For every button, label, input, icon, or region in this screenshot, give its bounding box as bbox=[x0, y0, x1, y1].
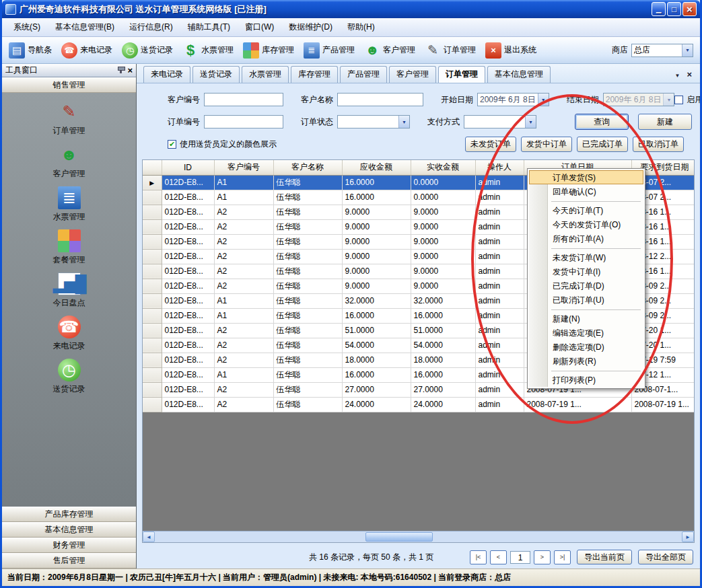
tab-close-icon[interactable] bbox=[687, 69, 692, 79]
prev-page-button[interactable]: < bbox=[490, 550, 507, 564]
row-selector[interactable] bbox=[143, 353, 162, 367]
tab-product[interactable]: 产品管理 bbox=[340, 66, 387, 83]
store-select[interactable]: 总店 bbox=[631, 44, 693, 57]
sidebar-close-icon[interactable]: × bbox=[127, 66, 133, 75]
row-selector[interactable] bbox=[143, 382, 162, 397]
pin-icon[interactable] bbox=[120, 67, 122, 73]
tab-basic-info[interactable]: 基本信息管理 bbox=[487, 66, 551, 83]
filter-completed-button[interactable]: 已完成订单 bbox=[577, 137, 628, 152]
column-header[interactable]: 客户编号 bbox=[214, 160, 273, 175]
menu-item-cancelled-orders[interactable]: 已取消订单(U) bbox=[529, 293, 643, 307]
menu-window[interactable]: 窗口(W) bbox=[238, 19, 281, 36]
toolbar-product-button[interactable]: 产品管理 bbox=[300, 40, 359, 61]
column-header[interactable]: 实收金额 bbox=[411, 160, 475, 175]
menu-item-edit-selected[interactable]: 编辑选定项(E) bbox=[529, 326, 643, 340]
customer-name-input[interactable] bbox=[337, 93, 423, 106]
query-button[interactable]: 查询 bbox=[575, 114, 629, 130]
context-menu-item[interactable] bbox=[529, 246, 643, 250]
tab-customer[interactable]: 客户管理 bbox=[389, 66, 436, 83]
minimize-button[interactable] bbox=[652, 2, 666, 16]
table-row[interactable]: 012D-E8... A2 伍华聪 24.0000 24.0000 admin … bbox=[143, 397, 695, 412]
export-current-page-button[interactable]: 导出当前页 bbox=[577, 550, 632, 564]
pay-method-select[interactable] bbox=[464, 115, 536, 128]
menu-item-refresh-list[interactable]: 刷新列表(R) bbox=[529, 354, 643, 368]
section-product-inventory[interactable]: 产品库存管理 bbox=[2, 507, 136, 522]
sidebar-customer-mgmt[interactable]: 客户管理 bbox=[2, 139, 136, 182]
menu-tools[interactable]: 辅助工具(T) bbox=[180, 19, 238, 36]
filter-shipping-button[interactable]: 发货中订单 bbox=[521, 137, 572, 152]
toolbar-water-ticket-button[interactable]: 水票管理 bbox=[178, 40, 238, 61]
menu-item-unshipped-orders[interactable]: 未发货订单(W) bbox=[529, 250, 643, 264]
sidebar-delivery-log[interactable]: 送货记录 bbox=[2, 354, 136, 397]
scroll-left-icon[interactable] bbox=[143, 531, 155, 542]
tab-inventory[interactable]: 库存管理 bbox=[291, 66, 338, 83]
menu-item-confirm-receipt[interactable]: 回单确认(C) bbox=[529, 184, 643, 198]
scrollbar-track[interactable] bbox=[155, 531, 682, 542]
toolbar-delivery-log-button[interactable]: 送货记录 bbox=[118, 40, 177, 61]
menu-system[interactable]: 系统(S) bbox=[6, 19, 48, 36]
filter-unshipped-button[interactable]: 未发货订单 bbox=[465, 137, 516, 152]
menu-data-maintenance[interactable]: 数据维护(D) bbox=[281, 19, 340, 36]
order-no-input[interactable] bbox=[204, 115, 283, 128]
export-all-pages-button[interactable]: 导出全部页 bbox=[638, 550, 693, 564]
column-header[interactable]: 客户名称 bbox=[273, 160, 342, 175]
menu-item-today-shipments[interactable]: 今天的发货订单(O) bbox=[529, 217, 643, 231]
context-menu-item[interactable] bbox=[529, 198, 643, 203]
start-date-picker[interactable]: 2009年 6月 8日 bbox=[477, 93, 549, 106]
toolbar-exit-button[interactable]: 退出系统 bbox=[481, 40, 540, 61]
menu-item-delete-selected[interactable]: 删除选定项(D) bbox=[529, 340, 643, 354]
row-selector[interactable] bbox=[143, 205, 162, 219]
order-status-select[interactable] bbox=[337, 115, 410, 128]
close-button[interactable] bbox=[682, 2, 697, 16]
column-header[interactable]: ID bbox=[162, 160, 214, 175]
last-page-button[interactable]: >| bbox=[554, 550, 571, 564]
row-selector[interactable] bbox=[143, 219, 162, 234]
filter-cancelled-button[interactable]: 已取消订单 bbox=[633, 137, 684, 152]
row-selector[interactable] bbox=[143, 323, 162, 338]
row-selector[interactable] bbox=[143, 338, 162, 353]
first-page-button[interactable]: |< bbox=[470, 550, 487, 564]
menu-run-info[interactable]: 运行信息(R) bbox=[122, 19, 180, 36]
horizontal-scrollbar[interactable] bbox=[143, 531, 694, 542]
menu-item-completed-orders[interactable]: 已完成订单(D) bbox=[529, 279, 643, 293]
toolbar-call-log-button[interactable]: 来电记录 bbox=[57, 40, 116, 61]
sidebar-water-ticket-mgmt[interactable]: 水票管理 bbox=[2, 182, 136, 225]
scroll-right-icon[interactable] bbox=[682, 531, 694, 542]
row-selector[interactable] bbox=[143, 234, 162, 249]
menu-item-all-orders[interactable]: 所有的订单(A) bbox=[529, 231, 643, 246]
row-selector[interactable] bbox=[143, 397, 162, 412]
sidebar-daily-check[interactable]: 今日盘点 bbox=[2, 268, 136, 311]
row-selector[interactable] bbox=[143, 308, 162, 323]
tab-dropdown-icon[interactable] bbox=[674, 70, 680, 79]
delivery-color-checkbox[interactable] bbox=[168, 140, 176, 149]
section-after-sales[interactable]: 售后管理 bbox=[2, 553, 136, 568]
scrollbar-thumb[interactable] bbox=[365, 532, 433, 542]
section-finance[interactable]: 财务管理 bbox=[2, 538, 136, 553]
section-sales-mgmt[interactable]: 销售管理 bbox=[2, 77, 136, 93]
maximize-button[interactable] bbox=[667, 2, 681, 16]
tab-water-ticket[interactable]: 水票管理 bbox=[242, 66, 289, 83]
context-menu-item[interactable] bbox=[529, 368, 643, 373]
page-number-input[interactable]: 1 bbox=[510, 551, 530, 564]
row-selector[interactable] bbox=[143, 367, 162, 382]
menu-basic-info[interactable]: 基本信息管理(B) bbox=[48, 19, 122, 36]
row-selector[interactable] bbox=[143, 264, 162, 279]
customer-no-input[interactable] bbox=[204, 93, 283, 106]
menu-item-shipping-orders[interactable]: 发货中订单(I) bbox=[529, 264, 643, 279]
toolbar-customer-button[interactable]: 客户管理 bbox=[360, 40, 419, 61]
row-selector[interactable] bbox=[143, 249, 162, 264]
toolbar-inventory-button[interactable]: 库存管理 bbox=[239, 40, 298, 61]
sidebar-order-mgmt[interactable]: 订单管理 bbox=[2, 96, 136, 139]
menu-help[interactable]: 帮助(H) bbox=[340, 19, 382, 36]
toolbar-order-button[interactable]: 订单管理 bbox=[421, 40, 480, 61]
menu-item-today-orders[interactable]: 今天的订单(T) bbox=[529, 203, 643, 217]
tab-order[interactable]: 订单管理 bbox=[438, 66, 485, 83]
next-page-button[interactable]: > bbox=[534, 550, 551, 564]
toolbar-nav-button[interactable]: 导航条 bbox=[5, 40, 56, 61]
menu-item-new[interactable]: 新建(N) bbox=[529, 311, 643, 326]
new-button[interactable]: 新建 bbox=[638, 114, 692, 130]
row-selector[interactable] bbox=[143, 293, 162, 308]
tab-call-log[interactable]: 来电记录 bbox=[143, 66, 190, 83]
menu-item-ship-order[interactable]: 订单发货(S) bbox=[529, 170, 643, 184]
sidebar-call-log[interactable]: 来电记录 bbox=[2, 311, 136, 354]
